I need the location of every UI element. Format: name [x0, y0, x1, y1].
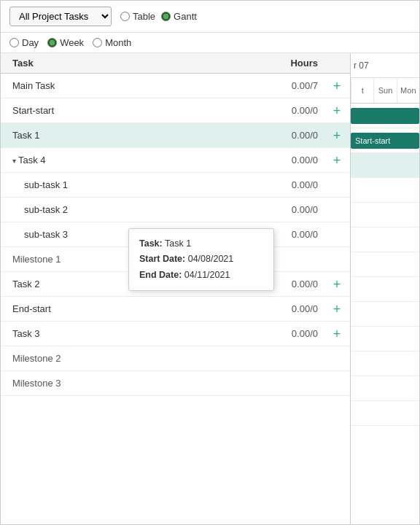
add-btn-task-1[interactable]: +: [329, 129, 346, 142]
task-row-end-start[interactable]: End-start0.00/0+: [1, 297, 350, 322]
project-select[interactable]: All Project Tasks: [9, 7, 112, 26]
add-btn-task-2[interactable]: +: [329, 278, 346, 291]
tooltip-end-label: End Date:: [139, 270, 182, 280]
add-btn-end-start[interactable]: +: [329, 303, 346, 316]
task-hours-sub-task-1: 0.00/0: [265, 179, 324, 190]
gantt-top-row: r 07: [351, 53, 419, 78]
tooltip-overlay: Task: Task 1 Start Date: 04/08/2021 End …: [128, 228, 274, 291]
tooltip-task-label: Task:: [139, 238, 163, 249]
task-row-sub-task-2[interactable]: sub-task 20.00/0: [1, 198, 350, 222]
task-name-milestone-3: Milestone 3: [1, 378, 265, 389]
gantt-row-sub-task-3: [351, 252, 419, 277]
view-table-label: Table: [133, 11, 155, 22]
task-row-main-task[interactable]: Main Task0.00/7+: [1, 74, 350, 98]
task-name-sub-task-2: sub-task 2: [1, 204, 265, 215]
task-row-task-1[interactable]: Task 10.00/0+: [1, 123, 350, 148]
view-radio-group: Table Gantt: [120, 11, 197, 22]
task-name-task-4: ▾Task 4: [1, 155, 265, 166]
task-action-start-start: +: [324, 104, 350, 117]
gantt-top-label: r 07: [354, 61, 369, 71]
add-btn-task-4[interactable]: +: [329, 154, 346, 167]
period-day-option[interactable]: Day: [9, 37, 39, 48]
add-btn-start-start[interactable]: +: [329, 104, 346, 117]
gantt-day-cell-0: t: [351, 78, 373, 103]
gantt-bar-main-task[interactable]: [351, 108, 419, 124]
task-action-task-3: +: [324, 327, 350, 341]
gantt-row-milestone-1: [351, 277, 419, 302]
gantt-day-row: t Sun Mon: [351, 78, 419, 103]
task-name-main-task: Main Task: [1, 80, 265, 91]
gantt-rows-container: Start-start: [351, 104, 419, 426]
view-gantt-label: Gantt: [174, 11, 197, 22]
gantt-header: r 07 t Sun Mon: [351, 53, 419, 104]
task-hours-task-1: 0.00/0: [265, 130, 324, 141]
task-action-end-start: +: [324, 303, 350, 316]
gantt-day-cell-2: Mon: [397, 78, 419, 103]
task-row-task-3[interactable]: Task 30.00/0+: [1, 322, 350, 346]
task-action-task-2: +: [324, 278, 350, 291]
task-row-milestone-3[interactable]: Milestone 3: [1, 371, 350, 396]
task-name-sub-task-1: sub-task 1: [1, 179, 265, 190]
view-table-radio[interactable]: [120, 12, 130, 21]
period-month-label: Month: [105, 37, 131, 48]
task-row-task-4[interactable]: ▾Task 40.00/0+: [1, 148, 350, 173]
period-week-radio[interactable]: [47, 38, 57, 47]
view-gantt-radio[interactable]: [161, 12, 171, 21]
add-btn-task-3[interactable]: +: [329, 327, 346, 341]
task-hours-main-task: 0.00/7: [265, 80, 324, 91]
tooltip-task-value: Task 1: [165, 238, 191, 249]
tooltip-start-value: 04/08/2021: [188, 254, 234, 264]
gantt-row-end-start: [351, 327, 419, 351]
period-day-label: Day: [22, 37, 39, 48]
task-name-start-start: Start-start: [1, 105, 265, 116]
gantt-row-task-1: [351, 153, 419, 178]
table-header: Task Hours: [1, 53, 350, 74]
gantt-row-milestone-3: [351, 401, 419, 426]
tooltip-start-line: Start Date: 04/08/2021: [139, 252, 263, 267]
task-hours-sub-task-2: 0.00/0: [265, 204, 324, 215]
col-task-header: Task: [1, 58, 265, 69]
gantt-row-sub-task-1: [351, 203, 419, 228]
app-container: All Project Tasks Table Gantt Day Week M…: [0, 0, 420, 525]
task-hours-sub-task-3: 0.00/0: [265, 229, 324, 240]
gantt-row-sub-task-2: [351, 228, 419, 252]
task-name-milestone-2: Milestone 2: [1, 353, 265, 364]
col-action-header: [324, 58, 350, 69]
gantt-row-task-4: [351, 178, 419, 203]
period-month-radio[interactable]: [93, 38, 102, 47]
task-hours-task-3: 0.00/0: [265, 328, 324, 339]
task-row-milestone-2[interactable]: Milestone 2: [1, 346, 350, 371]
view-gantt-option[interactable]: Gantt: [161, 11, 197, 22]
period-day-radio[interactable]: [9, 38, 19, 47]
add-btn-main-task[interactable]: +: [329, 79, 346, 93]
col-hours-header: Hours: [265, 58, 324, 69]
task-action-task-1: +: [324, 129, 350, 142]
tooltip-start-label: Start Date:: [139, 254, 185, 264]
tooltip-task-line: Task: Task 1: [139, 236, 263, 252]
task-hours-end-start: 0.00/0: [265, 303, 324, 314]
tooltip-end-value: 04/11/2021: [184, 270, 230, 280]
period-week-option[interactable]: Week: [47, 37, 84, 48]
expand-icon-task-4[interactable]: ▾: [12, 157, 16, 165]
period-week-label: Week: [60, 37, 84, 48]
period-month-option[interactable]: Month: [93, 37, 131, 48]
toolbar-row2: Day Week Month: [1, 33, 419, 53]
task-name-task-1: Task 1: [1, 130, 265, 141]
gantt-bar-start-start[interactable]: Start-start: [351, 133, 419, 149]
task-row-start-start[interactable]: Start-start0.00/0+: [1, 98, 350, 123]
task-hours-start-start: 0.00/0: [265, 105, 324, 116]
task-action-main-task: +: [324, 79, 350, 93]
tooltip-end-line: End Date: 04/11/2021: [139, 268, 263, 283]
gantt-panel: r 07 t Sun Mon Start-start: [351, 53, 419, 524]
task-hours-task-2: 0.00/0: [265, 279, 324, 289]
view-table-option[interactable]: Table: [120, 11, 155, 22]
task-row-sub-task-1[interactable]: sub-task 10.00/0: [1, 173, 350, 198]
gantt-row-main-task: [351, 104, 419, 128]
task-name-task-3: Task 3: [1, 328, 265, 339]
task-hours-task-4: 0.00/0: [265, 155, 324, 166]
gantt-row-start-start: Start-start: [351, 128, 419, 153]
gantt-row-task-2: [351, 302, 419, 327]
task-action-task-4: +: [324, 154, 350, 167]
gantt-row-task-3: [351, 351, 419, 376]
task-name-end-start: End-start: [1, 303, 265, 314]
